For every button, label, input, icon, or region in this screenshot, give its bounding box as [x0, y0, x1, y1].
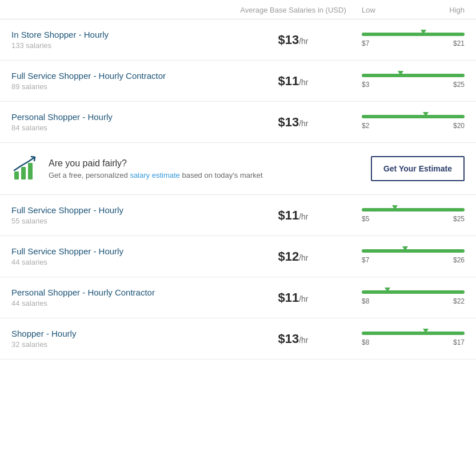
row-salary-value: $13/hr: [230, 332, 356, 346]
row-title-section: Full Service Shopper - Hourly Contractor…: [11, 71, 230, 91]
salary-unit: /hr: [299, 294, 308, 304]
row-title-section: Personal Shopper - Hourly 84 salaries: [11, 112, 230, 132]
salary-rows-container: In Store Shopper - Hourly 133 salaries $…: [0, 19, 476, 360]
table-header: Average Base Salaries in (USD) Low High: [0, 0, 476, 19]
bar-high-label: $17: [453, 338, 465, 346]
salary-bar-marker: [392, 205, 398, 210]
row-range: $7 $21: [356, 33, 465, 47]
bar-low-label: $8: [362, 297, 369, 305]
bar-low-label: $7: [362, 39, 369, 47]
bar-high-label: $21: [453, 39, 465, 47]
row-salary-count: 44 salaries: [11, 299, 230, 308]
row-salary-count: 133 salaries: [11, 41, 230, 50]
salary-unit: /hr: [299, 78, 308, 87]
salary-unit: /hr: [299, 253, 308, 262]
promo-banner: Are you paid fairly? Get a free, persona…: [0, 143, 476, 195]
salary-bar: [362, 115, 465, 118]
salary-bar-marker: [423, 329, 429, 333]
bar-labels: $5 $25: [362, 215, 465, 223]
bar-high-label: $20: [453, 122, 465, 130]
bar-high-label: $22: [453, 297, 465, 305]
salary-unit: /hr: [299, 336, 308, 345]
row-salary-value: $13/hr: [230, 115, 356, 130]
salary-row: Full Service Shopper - Hourly 55 salarie…: [0, 195, 476, 236]
row-salary-count: 89 salaries: [11, 82, 230, 91]
bar-labels: $8 $17: [362, 338, 465, 346]
salary-bar-marker: [385, 288, 390, 292]
header-low-label: Low: [356, 6, 407, 14]
salary-bar: [362, 33, 465, 36]
bar-low-label: $3: [362, 81, 369, 89]
row-job-title[interactable]: Full Service Shopper - Hourly: [11, 246, 230, 256]
bar-high-label: $25: [453, 215, 465, 223]
row-range: $3 $25: [356, 74, 465, 89]
salary-unit: /hr: [299, 37, 308, 46]
bar-low-label: $2: [362, 122, 369, 130]
row-job-title[interactable]: In Store Shopper - Hourly: [11, 30, 230, 39]
row-job-title[interactable]: Personal Shopper - Hourly: [11, 112, 230, 122]
promo-text: Are you paid fairly? Get a free, persona…: [49, 158, 371, 179]
promo-subtitle-end: based on today's market: [182, 171, 262, 179]
svg-rect-1: [21, 167, 26, 179]
salary-bar: [362, 332, 465, 335]
bar-high-label: $26: [453, 256, 465, 264]
svg-rect-0: [14, 171, 19, 179]
promo-subtitle: Get a free, personalized salary estimate…: [49, 171, 371, 179]
row-salary-value: $12/hr: [230, 249, 356, 264]
row-range: $5 $25: [356, 208, 465, 223]
row-title-section: Personal Shopper - Hourly Contractor 44 …: [11, 288, 230, 308]
salary-bar: [362, 74, 465, 77]
salary-row: Shopper - Hourly 32 salaries $13/hr $8 $…: [0, 318, 476, 360]
bar-labels: $3 $25: [362, 81, 465, 89]
row-salary-value: $11/hr: [230, 290, 356, 305]
row-salary-value: $11/hr: [230, 74, 356, 89]
row-salary-count: 84 salaries: [11, 123, 230, 132]
salary-bar-marker: [402, 246, 408, 251]
salary-bar: [362, 249, 465, 253]
bar-labels: $8 $22: [362, 297, 465, 305]
row-title-section: Full Service Shopper - Hourly 44 salarie…: [11, 246, 230, 266]
row-title-section: Full Service Shopper - Hourly 55 salarie…: [11, 205, 230, 225]
bar-low-label: $7: [362, 256, 369, 264]
row-range: $8 $17: [356, 332, 465, 346]
row-title-section: In Store Shopper - Hourly 133 salaries: [11, 30, 230, 50]
row-job-title[interactable]: Full Service Shopper - Hourly Contractor: [11, 71, 230, 81]
salary-row: Full Service Shopper - Hourly 44 salarie…: [0, 236, 476, 277]
row-range: $8 $22: [356, 290, 465, 305]
row-job-title[interactable]: Shopper - Hourly: [11, 329, 230, 338]
salary-bar: [362, 290, 465, 294]
salary-bar-marker: [398, 71, 403, 75]
salary-bar: [362, 208, 465, 211]
row-title-section: Shopper - Hourly 32 salaries: [11, 329, 230, 349]
salary-unit: /hr: [299, 212, 308, 221]
salary-bar-marker: [421, 30, 426, 34]
salary-row: Personal Shopper - Hourly 84 salaries $1…: [0, 102, 476, 143]
row-range: $2 $20: [356, 115, 465, 130]
promo-subtitle-text: Get a free, personalized: [49, 171, 128, 179]
header-avg-label: Average Base Salaries in (USD): [230, 6, 356, 14]
bar-high-label: $25: [453, 81, 465, 89]
bar-low-label: $5: [362, 215, 369, 223]
get-estimate-button[interactable]: Get Your Estimate: [371, 156, 465, 181]
promo-subtitle-highlight: salary estimate: [130, 171, 179, 179]
bar-labels: $7 $21: [362, 39, 465, 47]
bar-labels: $7 $26: [362, 256, 465, 264]
bar-labels: $2 $20: [362, 122, 465, 130]
salary-unit: /hr: [299, 119, 308, 128]
promo-icon: [11, 154, 40, 183]
salary-row: Full Service Shopper - Hourly Contractor…: [0, 61, 476, 102]
salary-row: In Store Shopper - Hourly 133 salaries $…: [0, 19, 476, 61]
row-salary-count: 44 salaries: [11, 258, 230, 266]
row-job-title[interactable]: Full Service Shopper - Hourly: [11, 205, 230, 215]
row-job-title[interactable]: Personal Shopper - Hourly Contractor: [11, 288, 230, 297]
row-range: $7 $26: [356, 249, 465, 264]
promo-title: Are you paid fairly?: [49, 158, 371, 169]
header-high-label: High: [407, 6, 465, 14]
bar-low-label: $8: [362, 338, 369, 346]
svg-rect-2: [28, 163, 33, 179]
salary-row: Personal Shopper - Hourly Contractor 44 …: [0, 277, 476, 318]
row-salary-count: 55 salaries: [11, 217, 230, 225]
salary-bar-marker: [423, 112, 429, 117]
row-salary-count: 32 salaries: [11, 340, 230, 349]
row-salary-value: $11/hr: [230, 208, 356, 223]
